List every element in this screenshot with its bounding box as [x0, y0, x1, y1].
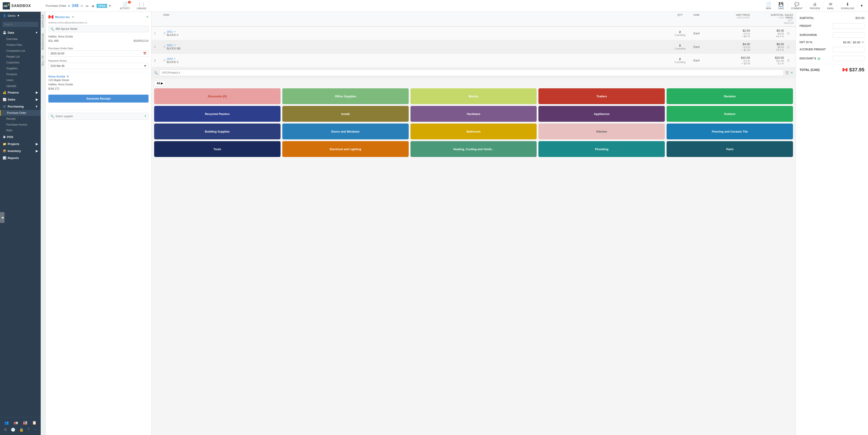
- clipboard-icon[interactable]: 📋: [32, 421, 37, 425]
- delete-row-2[interactable]: 🗑: [784, 45, 793, 49]
- surcharge-input[interactable]: [833, 32, 864, 38]
- cat-btn-electrical[interactable]: Electrical and Lighting: [282, 141, 409, 157]
- cat-btn-paint[interactable]: Paint: [666, 141, 793, 157]
- download-btn[interactable]: ⬇ DOWNLOAD: [838, 1, 858, 11]
- qty-val-1[interactable]: 2: [666, 30, 693, 34]
- delete-row-1[interactable]: 🗑: [784, 31, 793, 35]
- lock-icon[interactable]: 🔒: [19, 428, 24, 432]
- cat-btn-office-supplies[interactable]: Office Supplies: [282, 88, 409, 104]
- comment-btn[interactable]: 💬 COMMENT: [788, 1, 806, 11]
- cat-btn-install[interactable]: Install: [282, 106, 409, 122]
- item-code-1[interactable]: 0001 ✏: [167, 30, 178, 33]
- sidebar-item-suppliers[interactable]: Suppliers: [0, 66, 41, 71]
- factory-icon[interactable]: 🏭: [23, 421, 27, 425]
- people-group-icon[interactable]: 👥: [4, 421, 9, 425]
- discount-input[interactable]: [833, 56, 864, 61]
- cat-btn-flooring[interactable]: Flooring and Ceramic Tile: [666, 124, 793, 139]
- sidebar-item-uploads[interactable]: Uploads: [0, 83, 41, 89]
- drag-handle-2[interactable]: ☰: [163, 45, 166, 48]
- sidebar-section-pos[interactable]: 🖥 POS: [0, 133, 41, 140]
- hst-edit-icon[interactable]: ✏: [862, 40, 864, 44]
- doc-number[interactable]: 348: [72, 3, 79, 8]
- add-item-input[interactable]: [160, 70, 784, 76]
- expand-btn[interactable]: ▼: [858, 3, 865, 9]
- sidebar-section-purchasing[interactable]: 🛒 Purchasing ▼: [0, 103, 41, 110]
- cat-btn-plumbing[interactable]: Plumbing: [538, 141, 665, 157]
- sidebar-item-users[interactable]: Users: [0, 77, 41, 83]
- sidebar-item-product-files[interactable]: Product Files: [0, 42, 41, 48]
- cat-btn-bathroom[interactable]: Bathroom: [410, 124, 537, 139]
- all-categories-btn[interactable]: All ▶: [154, 80, 165, 86]
- nav-first-btn[interactable]: ⏮: [85, 4, 89, 8]
- cat-btn-doors-windows[interactable]: Doors and Windows: [282, 124, 409, 139]
- add-item-plus-icon[interactable]: +: [790, 70, 793, 75]
- drag-handle-1[interactable]: ☰: [163, 32, 166, 35]
- help-icon[interactable]: ?: [28, 428, 30, 432]
- add-supplier-btn[interactable]: +: [146, 15, 149, 20]
- delete-row-3[interactable]: 🗑: [784, 59, 793, 63]
- cat-btn-random[interactable]: Random: [666, 88, 793, 104]
- warehouse-name[interactable]: Nova Scotia: [49, 75, 65, 78]
- cat-btn-tools[interactable]: Tools: [154, 141, 281, 157]
- activity-btn[interactable]: 1 📄 ACTIVITY: [117, 1, 133, 11]
- lineage-btn[interactable]: ⋮⋮ LINEAGE: [134, 1, 149, 11]
- accrued-input[interactable]: [833, 47, 864, 52]
- discount-add-icon[interactable]: ⊕: [817, 57, 820, 61]
- sidebar-section-finance[interactable]: 💰 Finance ▶: [0, 89, 41, 96]
- preview-btn[interactable]: 🖨 PREVIEW: [807, 1, 824, 11]
- supplier-remove-icon[interactable]: ✕: [72, 15, 74, 19]
- cat-btn-kitchen[interactable]: Kitchen: [538, 124, 665, 139]
- cat-btn-heating[interactable]: Heating, Cooling and Ventil...: [410, 141, 537, 157]
- freight-input[interactable]: [833, 23, 864, 29]
- email-btn[interactable]: ✉ EMAIL: [824, 1, 837, 11]
- sidebar-section-inventory[interactable]: 📦 Inventory ▶: [0, 147, 41, 155]
- calendar-icon[interactable]: 📅: [143, 52, 147, 55]
- add-bill-to-btn[interactable]: +: [144, 114, 147, 119]
- sidebar-item-receipt[interactable]: Receipt: [0, 116, 41, 122]
- qty-val-3[interactable]: 2: [666, 57, 693, 61]
- clock-icon[interactable]: 🕐: [11, 428, 16, 432]
- warehouse-settings-icon[interactable]: ⚙: [66, 75, 69, 78]
- sidebar-item-rma[interactable]: RMA: [0, 128, 41, 133]
- cat-btn-hardware[interactable]: Hardware: [410, 106, 537, 122]
- cat-btn-blocks[interactable]: Blocks: [410, 88, 537, 104]
- new-btn[interactable]: 📄 NEW: [763, 1, 774, 11]
- sidebar-item-companies-list[interactable]: Companies List: [0, 48, 41, 54]
- sidebar-section-reports[interactable]: 📊 Reports: [0, 155, 41, 162]
- order-date-input[interactable]: 2023-10-03 📅: [49, 51, 149, 57]
- sidebar-user[interactable]: 👤 Demo ▼: [0, 12, 41, 20]
- sidebar-section-sales[interactable]: 📈 Sales ▶: [0, 96, 41, 103]
- settings-icon[interactable]: ⚙: [4, 428, 7, 432]
- sales-price-val-2: $6.00: [750, 46, 784, 48]
- item-code-3[interactable]: 0003 ✏: [167, 57, 179, 61]
- supplier-name[interactable]: Blocks Inc: [55, 15, 70, 19]
- nav-prev-btn[interactable]: ◀: [91, 4, 94, 8]
- sidebar-section-data[interactable]: 💾 Data ▼: [0, 29, 41, 36]
- payment-terms-select[interactable]: 2/10 Net 30 ▼: [49, 63, 149, 69]
- sidebar-search-input[interactable]: [2, 22, 38, 27]
- bill-to-search-input[interactable]: [55, 115, 143, 118]
- cat-btn-building-supplies[interactable]: Building Supplies: [154, 124, 281, 139]
- cat-btn-discounts[interactable]: Discounts (P): [154, 88, 281, 104]
- add-item-menu-icon[interactable]: ☰: [785, 71, 789, 75]
- sidebar-item-people-list[interactable]: People List: [0, 54, 41, 60]
- cat-btn-appliances[interactable]: Appliances: [538, 106, 665, 122]
- logout-icon[interactable]: →: [33, 428, 37, 432]
- qty-val-2[interactable]: 2: [666, 44, 693, 47]
- status-badge[interactable]: OPEN: [96, 4, 107, 8]
- sidebar-item-purchase-order[interactable]: Purchase Order: [0, 110, 41, 116]
- cat-btn-outdoor[interactable]: Outdoor: [666, 106, 793, 122]
- save-btn[interactable]: 💾 SAVE: [775, 1, 787, 11]
- generate-receipt-btn[interactable]: Generate Receipt: [49, 95, 149, 103]
- sidebar-item-products[interactable]: Products: [0, 71, 41, 77]
- sidebar-section-projects[interactable]: 📁 Projects ▶: [0, 140, 41, 147]
- truck-icon[interactable]: 🚛: [13, 421, 18, 425]
- item-code-2[interactable]: 0002 ✏: [167, 44, 180, 47]
- drag-handle-3[interactable]: ☰: [163, 59, 166, 62]
- cat-btn-trailers[interactable]: Trailers: [538, 88, 665, 104]
- sidebar-item-overview[interactable]: Overview: [0, 36, 41, 42]
- sidebar-item-purchase-invoice[interactable]: Purchase Invoice: [0, 122, 41, 128]
- cat-btn-recycled-plastics[interactable]: Recycled Plastics: [154, 106, 281, 122]
- sidebar-item-customers[interactable]: Customers: [0, 60, 41, 66]
- status-chevron[interactable]: ▼: [108, 4, 111, 7]
